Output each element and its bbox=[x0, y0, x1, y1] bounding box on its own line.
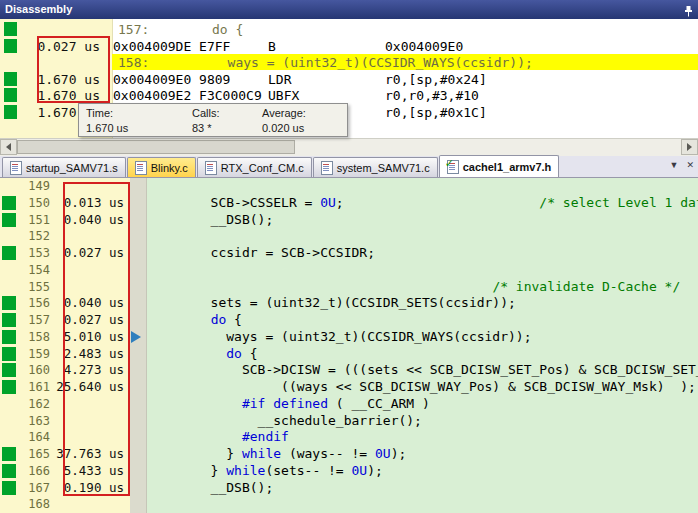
coverage-indicator bbox=[2, 447, 16, 461]
file-checked-icon bbox=[447, 160, 459, 174]
coverage-indicator bbox=[2, 213, 16, 227]
line-number: 161 bbox=[16, 379, 50, 396]
scroll-left-button[interactable] bbox=[0, 139, 17, 155]
scroll-right-button[interactable] bbox=[681, 139, 698, 155]
tab-list-dropdown-icon[interactable]: ▼ bbox=[670, 160, 679, 170]
instruction-operands: r0,[sp,#0x24] bbox=[385, 71, 487, 88]
line-number: 154 bbox=[16, 262, 50, 279]
instruction-operands: r0,r0,#3,#10 bbox=[385, 87, 479, 104]
exec-time: 5.433 us bbox=[50, 463, 124, 480]
arrow-left-icon bbox=[6, 143, 11, 151]
editor-line[interactable]: 155 /* invalidate D-Cache */ bbox=[0, 279, 698, 296]
profiling-tooltip: Time: 1.670 us Calls: 83 * Average: 0.02… bbox=[78, 103, 348, 137]
editor-line[interactable]: 168 bbox=[0, 496, 698, 513]
line-number: 160 bbox=[16, 362, 50, 379]
coverage-indicator bbox=[4, 88, 17, 102]
coverage-indicator bbox=[2, 464, 16, 478]
code-text: /* invalidate D-Cache */ bbox=[148, 279, 680, 296]
tab-label: cachel1_armv7.h bbox=[463, 161, 552, 173]
editor-line[interactable]: 1510.040 us __DSB(); bbox=[0, 212, 698, 229]
editor-line[interactable]: 1604.273 us SCB->DCISW = (((sets << SCB_… bbox=[0, 362, 698, 379]
document-tabbar: startup_SAMV71.sBlinky.cRTX_Conf_CM.csys… bbox=[0, 156, 698, 178]
instruction-operands: r0,[sp,#0x1C] bbox=[385, 104, 487, 121]
instruction-mnemonic: LDR bbox=[268, 71, 291, 88]
arrow-right-icon bbox=[687, 143, 692, 151]
disassembly-row[interactable]: 1.670 us0x004009E2 F3C000C9UBFXr0,r0,#3,… bbox=[0, 87, 698, 104]
line-number: 163 bbox=[16, 413, 50, 430]
coverage-indicator bbox=[2, 246, 16, 260]
instruction-address: 0x004009E0 9809 bbox=[113, 71, 230, 88]
editor-line[interactable]: 1500.013 us SCB->CSSELR = 0U; /* select … bbox=[0, 195, 698, 212]
coverage-indicator bbox=[2, 330, 16, 344]
tooltip-calls-value: 83 * bbox=[192, 121, 220, 136]
tab-close-icon[interactable]: ✕ bbox=[686, 160, 694, 170]
coverage-indicator bbox=[2, 296, 16, 310]
editor-rows: 1491500.013 us SCB->CSSELR = 0U; /* sele… bbox=[0, 178, 698, 513]
current-statement-arrow-icon bbox=[131, 331, 141, 343]
code-text: ((ways << SCB_DCISW_WAY_Pos) & SCB_DCISW… bbox=[148, 379, 696, 396]
source-line-text: 157: do { bbox=[118, 21, 243, 38]
coverage-indicator bbox=[4, 39, 17, 53]
code-editor[interactable]: 1491500.013 us SCB->CSSELR = 0U; /* sele… bbox=[0, 178, 698, 513]
tabbar-controls: ▼ ✕ bbox=[670, 160, 694, 170]
code-text: SCB->CSSELR = 0U; /* select Level 1 data… bbox=[148, 195, 698, 212]
disassembly-row[interactable]: 1.670 us0x004009E0 9809LDRr0,[sp,#0x24] bbox=[0, 71, 698, 88]
editor-line[interactable]: 1585.010 us ways = (uint32_t)(CCSIDR_WAY… bbox=[0, 329, 698, 346]
tooltip-calls-label: Calls: bbox=[192, 106, 220, 121]
editor-line[interactable]: 162 #if defined ( __CC_ARM ) bbox=[0, 396, 698, 413]
disassembly-titlebar[interactable]: Disassembly bbox=[0, 0, 698, 19]
instruction-address: 0x004009E2 F3C000C9 bbox=[113, 87, 262, 104]
exec-time: 2.483 us bbox=[50, 346, 124, 363]
line-number: 151 bbox=[16, 212, 50, 229]
disassembly-hscrollbar[interactable] bbox=[0, 138, 698, 156]
code-text: } while (ways-- != 0U); bbox=[148, 446, 406, 463]
editor-line[interactable]: 1530.027 us ccsidr = SCB->CCSIDR; bbox=[0, 245, 698, 262]
exec-time: 0.027 us bbox=[36, 38, 100, 55]
editor-line[interactable]: 1670.190 us __DSB(); bbox=[0, 480, 698, 497]
code-text: } while(sets-- != 0U); bbox=[148, 463, 383, 480]
line-number: 149 bbox=[16, 178, 50, 195]
tab-Blinky.c[interactable]: Blinky.c bbox=[127, 157, 196, 177]
coverage-indicator bbox=[2, 196, 16, 210]
editor-line[interactable]: 1570.027 us do { bbox=[0, 312, 698, 329]
editor-line[interactable]: 154 bbox=[0, 262, 698, 279]
tab-cachel1_armv7.h[interactable]: cachel1_armv7.h bbox=[439, 155, 560, 177]
tab-system_SAMV71.c[interactable]: system_SAMV71.c bbox=[313, 157, 438, 177]
code-text: do { bbox=[148, 312, 242, 329]
file-icon bbox=[205, 161, 217, 175]
coverage-indicator bbox=[2, 313, 16, 327]
exec-time: 37.763 us bbox=[50, 446, 124, 463]
tooltip-time-label: Time: bbox=[86, 106, 128, 121]
pin-icon[interactable] bbox=[683, 4, 694, 15]
document-tabs: startup_SAMV71.sBlinky.cRTX_Conf_CM.csys… bbox=[0, 156, 698, 177]
editor-line[interactable]: 163 __schedule_barrier(); bbox=[0, 413, 698, 430]
tab-label: RTX_Conf_CM.c bbox=[221, 162, 304, 174]
coverage-indicator bbox=[2, 347, 16, 361]
editor-line[interactable]: 16537.763 us } while (ways-- != 0U); bbox=[0, 446, 698, 463]
exec-time: 1.670 us bbox=[36, 87, 100, 104]
editor-line[interactable]: 1665.433 us } while(sets-- != 0U); bbox=[0, 463, 698, 480]
editor-line[interactable]: 152 bbox=[0, 228, 698, 245]
disassembly-title: Disassembly bbox=[5, 3, 72, 15]
editor-line[interactable]: 1592.483 us do { bbox=[0, 346, 698, 363]
disassembly-row[interactable]: 0.027 us0x004009DE E7FFB0x004009E0 bbox=[0, 38, 698, 55]
tab-startup_SAMV71.s[interactable]: startup_SAMV71.s bbox=[2, 157, 126, 177]
instruction-mnemonic: UBFX bbox=[268, 87, 299, 104]
editor-line[interactable]: 149 bbox=[0, 178, 698, 195]
coverage-indicator bbox=[4, 105, 17, 119]
code-text: sets = (uint32_t)(CCSIDR_SETS(ccsidr)); bbox=[148, 295, 516, 312]
line-number: 166 bbox=[16, 463, 50, 480]
exec-time: 0.040 us bbox=[50, 295, 124, 312]
coverage-indicator bbox=[2, 380, 16, 394]
line-number: 164 bbox=[16, 429, 50, 446]
tab-RTX_Conf_CM.c[interactable]: RTX_Conf_CM.c bbox=[197, 157, 312, 177]
code-text: ccsidr = SCB->CCSIDR; bbox=[148, 245, 375, 262]
disassembly-row[interactable]: 158: ways = (uint32_t)(CCSIDR_WAYS(ccsid… bbox=[0, 54, 698, 71]
editor-line[interactable]: 164 #endif bbox=[0, 429, 698, 446]
coverage-indicator bbox=[2, 481, 16, 495]
disassembly-row[interactable]: 157: do { bbox=[0, 21, 698, 38]
scrollbar-thumb[interactable] bbox=[17, 140, 295, 154]
editor-line[interactable]: 1560.040 us sets = (uint32_t)(CCSIDR_SET… bbox=[0, 295, 698, 312]
exec-time: 25.640 us bbox=[50, 379, 124, 396]
editor-line[interactable]: 16125.640 us ((ways << SCB_DCISW_WAY_Pos… bbox=[0, 379, 698, 396]
